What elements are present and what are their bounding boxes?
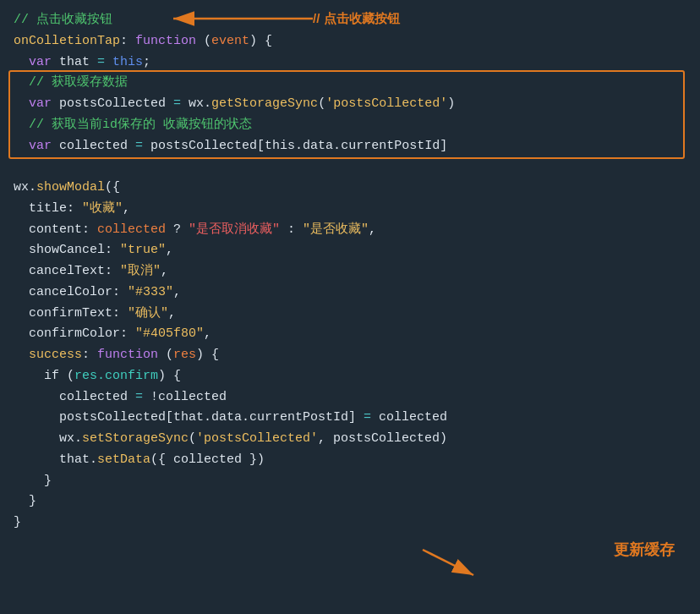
code-line: collected = !collected: [14, 387, 686, 408]
code-line: }: [14, 471, 686, 492]
code-line: wx.showModal({: [14, 178, 686, 199]
code-line: title: "收藏",: [14, 199, 686, 220]
code-line: confirmColor: "#405f80",: [14, 324, 686, 345]
code-line: [14, 156, 686, 178]
code-block: // 点击收藏按钮onColletionTap: function (event…: [0, 0, 700, 544]
code-line: var collected = postsCollected[this.data…: [14, 136, 686, 157]
code-line: success: function (res) {: [14, 345, 686, 366]
code-line: }: [14, 491, 686, 513]
svg-line-2: [423, 550, 473, 575]
code-line: cancelText: "取消",: [14, 261, 686, 282]
code-line: // 获取当前id保存的 收藏按钮的状态: [14, 115, 686, 136]
code-line: content: collected ? "是否取消收藏" : "是否收藏",: [14, 220, 686, 241]
code-line: cancelColor: "#333",: [14, 282, 686, 304]
code-line: }: [14, 513, 686, 534]
code-line: if (res.confirm) {: [14, 366, 686, 387]
code-line: postsCollected[that.data.currentPostId] …: [14, 408, 686, 429]
code-line: // 获取缓存数据: [14, 73, 686, 94]
code-line: confirmText: "确认",: [14, 304, 686, 325]
code-line: showCancel: "true",: [14, 240, 686, 261]
code-line: onColletionTap: function (event) {: [14, 31, 686, 52]
code-line: var postsCollected = wx.getStorageSync('…: [14, 94, 686, 115]
bottom-annotation: 更新缓存: [614, 538, 675, 563]
top-annotation: // 点击收藏按钮: [313, 8, 400, 30]
code-line: wx.setStorageSync('postsCollected', post…: [14, 429, 686, 450]
code-line: var that = this;: [14, 52, 686, 74]
code-line: that.setData({ collected }): [14, 450, 686, 471]
